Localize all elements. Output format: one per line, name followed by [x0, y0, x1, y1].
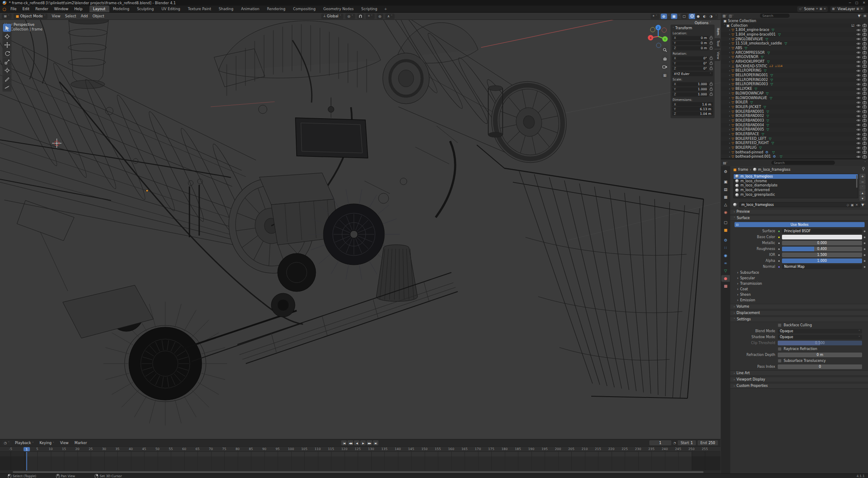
breadcrumb-material[interactable]: m_loco_framegloss — [758, 168, 790, 172]
hide-eye-icon[interactable] — [856, 150, 861, 154]
outliner-row-boilerband001[interactable]: ›▽BOILERBAND001▽ — [721, 109, 868, 114]
expand-icon[interactable]: › — [728, 128, 732, 131]
subsurface-translucency-checkbox[interactable] — [778, 359, 782, 363]
disable-render-icon[interactable] — [862, 110, 867, 113]
workspace-tab-geometry-nodes[interactable]: Geometry Nodes — [320, 6, 358, 12]
properties-tab-object[interactable]: ■ — [721, 227, 730, 233]
expand-icon[interactable]: › — [728, 119, 732, 122]
disable-render-icon[interactable] — [862, 150, 867, 154]
sidebar-tab-item[interactable]: Item — [715, 26, 721, 37]
panel-header-displacement[interactable]: ›Displacement — [730, 310, 868, 316]
expand-icon[interactable]: › — [728, 60, 732, 64]
disable-render-icon[interactable] — [862, 155, 867, 158]
panel-header-sheen[interactable]: ›Sheen — [730, 292, 868, 297]
shading-rendered-button[interactable]: ◑ — [708, 14, 714, 19]
expand-icon[interactable]: › — [728, 137, 732, 140]
outliner-row-1-804-engine-brace001[interactable]: ›▽1.804_engine-brace001▽ — [721, 32, 868, 37]
hide-eye-icon[interactable] — [856, 74, 861, 77]
transform-scale-z-field[interactable]: Z1.000 — [672, 92, 709, 97]
slot-specials-dropdown[interactable]: ˅ — [860, 185, 865, 190]
expand-icon[interactable]: › — [728, 37, 732, 41]
hide-eye-icon[interactable] — [856, 155, 861, 158]
transform-dimensions-y-field[interactable]: Y6.13 m — [672, 107, 713, 111]
tool-select-box-button[interactable] — [3, 24, 11, 32]
material-browse-dropdown[interactable]: ˅ — [733, 203, 738, 207]
hide-eye-icon[interactable] — [856, 128, 861, 131]
panel-header-specular[interactable]: ›Specular — [730, 275, 868, 281]
expand-icon[interactable]: › — [728, 51, 732, 54]
use-nodes-button[interactable]: ⊡ Use Nodes — [734, 222, 865, 227]
outliner-row-2inglobevalve[interactable]: ›▽2INGLOBEVALVE▽ — [721, 37, 868, 42]
workspace-tab-animation[interactable]: Animation — [237, 6, 263, 12]
disable-render-icon[interactable] — [862, 60, 867, 64]
expand-icon[interactable]: › — [728, 74, 732, 77]
falloff-dropdown[interactable]: ∧˅ — [385, 14, 395, 19]
refraction-depth-field[interactable]: 0 m — [778, 353, 862, 357]
lock-icon[interactable] — [709, 56, 713, 60]
material-name-field[interactable]: m_loco_framegloss ◇ ▣ ✕ — [739, 202, 860, 207]
frame-start-field[interactable]: Start1 — [678, 440, 696, 445]
expand-icon[interactable]: › — [728, 142, 732, 145]
panel-header-subsurface[interactable]: ›Subsurface — [730, 270, 868, 275]
keyframe-dot[interactable] — [864, 266, 865, 268]
zoom-button[interactable] — [661, 46, 668, 53]
expand-icon[interactable]: › — [728, 101, 732, 104]
disable-render-icon[interactable] — [862, 24, 867, 27]
raytrace-refraction-checkbox[interactable] — [778, 347, 782, 351]
disable-render-icon[interactable] — [862, 123, 867, 127]
hide-eye-icon[interactable] — [856, 137, 861, 140]
shading-material-button[interactable]: ◐ — [701, 14, 708, 19]
properties-search-input[interactable] — [771, 161, 835, 165]
transform-dimensions-x-field[interactable]: X1.6 m — [672, 102, 713, 106]
snap-toggle[interactable] — [357, 14, 364, 19]
lock-icon[interactable] — [709, 46, 713, 50]
outliner-search-input[interactable] — [760, 14, 790, 18]
material-slot-m-loco-chrome[interactable]: m_loco_chrome — [734, 179, 858, 183]
disable-render-icon[interactable] — [862, 42, 867, 45]
timeline-menu-view[interactable]: View — [58, 440, 71, 446]
gizmos-dropdown[interactable]: ⌖˅ — [651, 14, 659, 19]
workspace-tab-sculpting[interactable]: Sculpting — [133, 6, 158, 12]
expand-icon[interactable]: › — [728, 114, 732, 118]
hide-eye-icon[interactable] — [856, 110, 861, 113]
lock-icon[interactable] — [709, 61, 713, 65]
disable-render-icon[interactable] — [862, 37, 867, 41]
outliner-row-aircompressor[interactable]: ›▽AIRCOMPRESSOR▽ — [721, 50, 868, 55]
timeline-menu-marker[interactable]: Marker — [72, 440, 89, 446]
editor-type-dropdown[interactable]: ⊞˅ — [2, 14, 11, 19]
keyframe-dot[interactable] — [864, 231, 865, 232]
collection-checkbox[interactable]: ☑ — [851, 24, 854, 28]
outliner-row-boilerband003[interactable]: ›▽BOILERBAND003▽ — [721, 118, 868, 123]
pin-id-icon[interactable] — [862, 167, 865, 172]
xray-toggle[interactable]: ▦ — [671, 14, 677, 19]
keyframe-dot[interactable] — [864, 242, 865, 244]
disable-render-icon[interactable] — [862, 92, 867, 95]
add-workspace-button[interactable]: + — [381, 6, 390, 12]
outliner-filter-dropdown[interactable]: ▼˅ — [858, 14, 862, 18]
add-slot-button[interactable]: + — [860, 174, 865, 179]
unlink-material-icon[interactable]: ✕ — [855, 203, 858, 207]
disable-render-icon[interactable] — [862, 105, 867, 108]
expand-icon[interactable]: › — [728, 64, 732, 68]
panel-header-line-art[interactable]: ›Line Art — [730, 370, 868, 376]
expand-icon[interactable]: › — [728, 46, 732, 50]
viewport-menu-view[interactable]: View — [50, 14, 62, 19]
surface-value-slider[interactable]: 0.400 — [782, 247, 862, 251]
render-pass-button[interactable]: ▢ — [681, 14, 687, 19]
hide-eye-icon[interactable] — [856, 119, 861, 122]
axis-minus-z-handle[interactable] — [657, 43, 661, 48]
disable-render-icon[interactable] — [862, 101, 867, 104]
disable-render-icon[interactable] — [862, 74, 867, 77]
hide-eye-icon[interactable] — [856, 24, 861, 27]
disable-render-icon[interactable] — [862, 28, 867, 32]
hide-eye-icon[interactable] — [856, 51, 861, 54]
disable-render-icon[interactable] — [862, 128, 867, 131]
disable-render-icon[interactable] — [862, 96, 867, 100]
expand-icon[interactable]: › — [728, 28, 732, 32]
hide-eye-icon[interactable] — [856, 42, 861, 45]
keyframe-dot[interactable] — [864, 260, 865, 262]
hide-eye-icon[interactable] — [856, 123, 861, 127]
properties-editor-type-dropdown[interactable]: ▤˅ — [723, 161, 728, 165]
outliner-row-blowdownvalve[interactable]: ›▽BLOWDOWNVALVE▽ — [721, 96, 868, 100]
material-slot-m-loco-driverred[interactable]: m_loco_driverred — [734, 188, 858, 192]
